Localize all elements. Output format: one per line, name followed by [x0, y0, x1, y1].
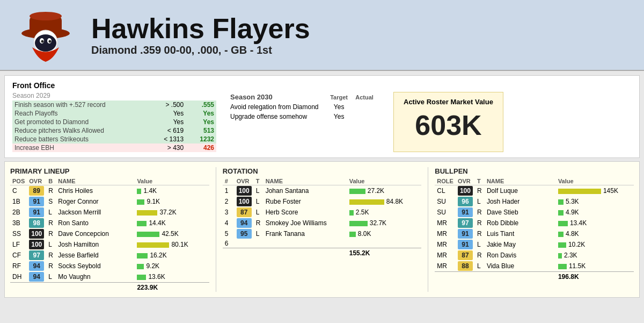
bullpen-pitcher-row: MR 97 R Rob Dibble 13.4K [435, 218, 634, 228]
player-name: Dave Concepcion [56, 228, 135, 239]
fo-goal-text: Reduce batters Strikeouts [12, 135, 148, 143]
pitcher-value: 27.2K [347, 185, 422, 197]
lineup-player-row: 3B 98 R Ron Santo 14.4K [10, 218, 209, 228]
rot-header-num: # [223, 177, 235, 185]
bp-pitcher-role: MR [435, 218, 456, 228]
player-name: Ron Santo [56, 218, 135, 228]
bullpen-pitcher-row: MR 87 R Ron Davis 2.3K [435, 250, 634, 261]
player-b: L [46, 207, 56, 218]
bp-pitcher-t: L [475, 239, 485, 250]
bp-pitcher-role: SU [435, 207, 456, 218]
fo-goal-target: < 619 [148, 126, 186, 135]
bullpen-total-value: 196.8K [556, 272, 634, 282]
bullpen-table: ROLE OVR T NAME Value CL 100 R Dolf Luqu… [435, 177, 634, 281]
s2030-goal-target: Yes [326, 102, 352, 112]
s2030-goal-target: Yes [326, 112, 352, 121]
fo-goals-table: Finish season with +.527 record > .500 .… [12, 101, 216, 152]
fo-goal-row: Get promoted to Diamond Yes Yes [12, 118, 216, 126]
pitcher-num: 6 [223, 239, 235, 248]
bp-pitcher-name: Dolf Luque [485, 185, 556, 197]
player-ovr: 98 [27, 218, 46, 228]
player-name: Jackson Merrill [56, 207, 135, 218]
pitcher-num: 2 [223, 196, 235, 207]
player-ovr: 100 [27, 228, 46, 239]
fo-goal-target: > .500 [148, 101, 186, 109]
pitcher-value [347, 239, 422, 248]
svg-point-7 [41, 40, 44, 43]
bp-pitcher-value: 10.2K [556, 239, 634, 250]
player-pos: LF [10, 239, 27, 250]
lineup-total-label [10, 283, 135, 292]
bp-pitcher-role: MR [435, 250, 456, 261]
rot-header-ovr: OVR [235, 177, 254, 185]
fo-goal-text: Get promoted to Diamond [12, 118, 148, 126]
player-value: 80.1K [135, 239, 209, 250]
lineup-player-row: SS 100 R Dave Concepcion 42.5K [10, 228, 209, 239]
lineup-player-row: LF 100 L Josh Hamilton 80.1K [10, 239, 209, 250]
s2030-target-header: Target [326, 92, 352, 102]
pitcher-num: 1 [223, 185, 235, 197]
player-b: L [46, 271, 56, 283]
bullpen-pitcher-row: SU 91 R Dave Stieb 4.9K [435, 207, 634, 218]
fo-season2029: Season 2029 Finish season with +.527 rec… [12, 92, 216, 152]
fo-season2030-table: Season 2030 Target Actual Avoid relegati… [227, 92, 377, 121]
rotation-title: ROTATION [223, 167, 422, 175]
player-value: 1.4K [135, 185, 209, 197]
pitcher-ovr: 100 [235, 185, 254, 197]
player-value: 9.1K [135, 196, 209, 207]
player-value: 42.5K [135, 228, 209, 239]
player-pos: RF [10, 261, 27, 271]
player-b: L [46, 239, 56, 250]
pitcher-num: 5 [223, 228, 235, 239]
rotation-total-value: 155.2K [347, 248, 422, 258]
rotation-pitcher-row: 6 [223, 239, 422, 248]
pitcher-name: Herb Score [264, 207, 347, 218]
s2030-goal-actual [352, 102, 377, 112]
player-name: Mo Vaughn [56, 271, 135, 283]
player-ovr: 100 [27, 239, 46, 250]
rotation-pitcher-row: 2 100 L Rube Foster 84.8K [223, 196, 422, 207]
bp-pitcher-t: L [475, 261, 485, 272]
player-ovr: 94 [27, 261, 46, 271]
svg-point-8 [49, 40, 52, 43]
bp-pitcher-role: MR [435, 228, 456, 239]
bp-pitcher-name: Rob Dibble [485, 218, 556, 228]
player-name: Chris Hoiles [56, 185, 135, 197]
bp-pitcher-name: Dave Stieb [485, 207, 556, 218]
pitcher-name: Smokey Joe Williams [264, 218, 347, 228]
team-name: Hawkins Flayers [91, 13, 310, 44]
bullpen-title: BULLPEN [435, 167, 634, 175]
bp-pitcher-t: R [475, 228, 485, 239]
bullpen: BULLPEN ROLE OVR T NAME Value CL 100 R D… [435, 167, 634, 292]
bp-header-value: Value [556, 177, 634, 185]
pitcher-ovr: 100 [235, 196, 254, 207]
bp-pitcher-value: 5.3K [556, 196, 634, 207]
bp-pitcher-ovr: 100 [456, 185, 475, 197]
mv-label: Active Roster Market Value [404, 98, 493, 106]
lineup-header-name: NAME [56, 177, 135, 185]
bp-pitcher-ovr: 87 [456, 250, 475, 261]
header: Hawkins Flayers Diamond .359 00-00, .000… [0, 0, 644, 71]
bp-pitcher-ovr: 91 [456, 207, 475, 218]
pitcher-name: Frank Tanana [264, 228, 347, 239]
pitcher-num: 4 [223, 218, 235, 228]
fo-goal-row: Increase EBH > 430 426 [12, 143, 216, 152]
fo-goal-target: < 1313 [148, 135, 186, 143]
player-value: 37.2K [135, 207, 209, 218]
rotation-pitcher-row: 4 94 R Smokey Joe Williams 32.7K [223, 218, 422, 228]
divider-2 [428, 167, 428, 292]
fo-goal-text: Reduce pitchers Walks Allowed [12, 126, 148, 135]
pitcher-value: 32.7K [347, 218, 422, 228]
fo-title: Front Office [12, 81, 632, 90]
player-value: 14.4K [135, 218, 209, 228]
s2030-goal-text: Upgrade offense somehow [227, 112, 326, 121]
bp-pitcher-t: R [475, 185, 485, 197]
bp-header-role: ROLE [435, 177, 456, 185]
divider-1 [216, 167, 216, 292]
fo-season2029-label: Season 2029 [12, 92, 216, 99]
player-name: Josh Hamilton [56, 239, 135, 250]
player-value: 9.2K [135, 261, 209, 271]
s2030-label: Season 2030 [227, 92, 326, 102]
lineup-title: PRIMARY LINEUP [10, 167, 209, 175]
player-pos: CF [10, 250, 27, 261]
